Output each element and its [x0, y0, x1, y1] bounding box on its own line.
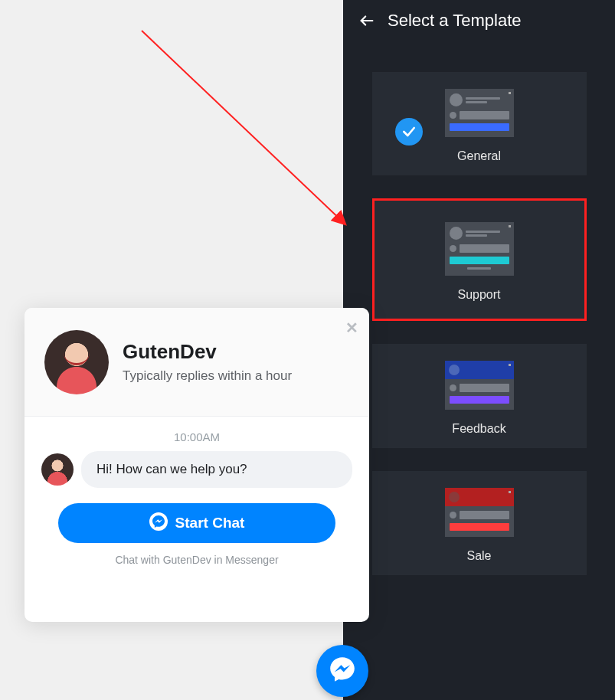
panel-title: Select a Template: [388, 11, 521, 31]
template-list: GeneralSupportFeedbackSale: [343, 41, 615, 583]
message-bubble: Hi! How can we help you?: [81, 451, 352, 488]
chat-body: 10:00AM Hi! How can we help you? Start C…: [25, 417, 369, 574]
svg-point-2: [149, 512, 168, 531]
template-label: General: [457, 149, 501, 163]
chat-title: GutenDev: [123, 340, 292, 364]
template-label: Support: [457, 288, 500, 302]
panel-header: Select a Template: [343, 0, 615, 41]
start-chat-label: Start Chat: [175, 515, 245, 532]
message-row: Hi! How can we help you?: [41, 451, 352, 488]
messenger-icon: [149, 512, 168, 535]
template-card-feedback[interactable]: Feedback: [372, 344, 587, 448]
template-thumbnail: [445, 361, 514, 410]
chat-header: GutenDev Typically replies within a hour…: [25, 308, 369, 417]
start-chat-button[interactable]: Start Chat: [58, 503, 335, 543]
messenger-fab[interactable]: [316, 645, 368, 697]
message-timestamp: 10:00AM: [41, 430, 352, 443]
back-arrow-icon[interactable]: [358, 12, 375, 29]
chat-widget: GutenDev Typically replies within a hour…: [25, 308, 369, 622]
close-icon[interactable]: ✕: [345, 319, 358, 337]
template-card-general[interactable]: General: [372, 72, 587, 175]
template-label: Sale: [466, 549, 491, 563]
chat-footer: Chat with GutenDev in Messenger: [41, 554, 352, 566]
avatar: [44, 330, 109, 394]
template-panel: Select a Template GeneralSupportFeedback…: [343, 0, 615, 700]
template-thumbnail: [445, 222, 514, 276]
template-thumbnail: [445, 89, 514, 137]
avatar-small: [41, 453, 74, 486]
messenger-icon: [328, 655, 357, 687]
chat-subtitle: Typically replies within a hour: [123, 368, 292, 384]
selected-check-icon: [395, 118, 423, 146]
template-label: Feedback: [452, 422, 505, 436]
template-thumbnail: [445, 488, 514, 537]
template-card-sale[interactable]: Sale: [372, 471, 587, 575]
template-card-support[interactable]: Support: [372, 198, 587, 321]
